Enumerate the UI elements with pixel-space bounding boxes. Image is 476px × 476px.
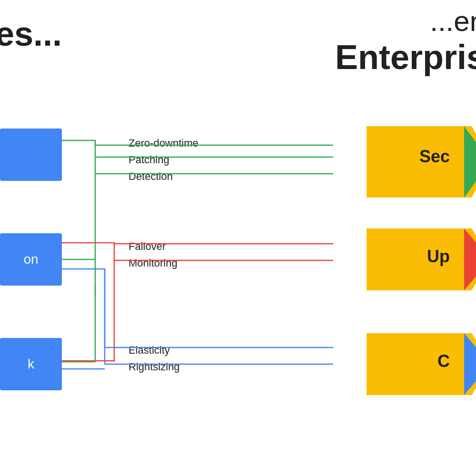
- arrow-label-security: Sec: [419, 147, 450, 167]
- inner-arrow-security: [464, 126, 476, 198]
- feature-monitoring: Monitoring: [129, 257, 178, 269]
- feature-failover: Failover: [129, 240, 166, 253]
- arrow-label-uptime: Up: [427, 247, 450, 267]
- header-right-bottom: Enterpris: [335, 38, 476, 77]
- blue-box-3-label: k: [28, 357, 34, 372]
- header-right: ...en Enterpris: [335, 5, 476, 77]
- feature-patching: Patching: [129, 154, 169, 166]
- feature-elasticity: Elasticity: [129, 344, 170, 357]
- feature-zero-downtime: Zero-downtime: [129, 137, 198, 149]
- inner-arrow-uptime: [464, 228, 476, 290]
- blue-box-2: on: [0, 233, 62, 286]
- arrow-uptime: [367, 228, 476, 290]
- feature-detection: Detection: [129, 170, 173, 183]
- arrow-cost: [367, 333, 476, 395]
- blue-box-2-label: on: [23, 252, 38, 267]
- header-left: es...: [0, 14, 62, 53]
- arrow-label-cost: C: [437, 351, 450, 371]
- page-container: es... ...en Enterpris on k Sec Up C Zero…: [0, 0, 476, 476]
- blue-box-3: k: [0, 338, 62, 390]
- blue-box-1: [0, 129, 62, 181]
- feature-rightsizing: Rightsizing: [129, 361, 180, 373]
- header-right-top: ...en: [335, 5, 476, 38]
- inner-arrow-cost: [464, 333, 476, 395]
